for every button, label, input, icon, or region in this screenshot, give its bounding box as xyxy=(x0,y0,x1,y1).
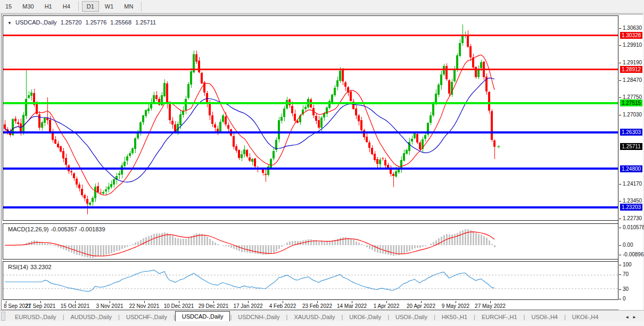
date-label: 27 Sep 2021 xyxy=(26,303,56,309)
tab-usdcnhdaily[interactable]: USDCNH-,Daily xyxy=(232,312,286,322)
price-level-badge: 1.30328 xyxy=(620,32,642,39)
price-level-badge: 1.25711 xyxy=(620,143,642,150)
chart-symbol-label: USDCAD-,Daily xyxy=(15,19,57,26)
rsi-tick-label: 30 xyxy=(623,286,629,292)
timeframe-M30[interactable]: M30 xyxy=(18,1,38,12)
timeframe-15[interactable]: 15 xyxy=(1,1,16,12)
date-label: 3 Nov 2021 xyxy=(96,303,123,309)
price-tick-label: 1.27030 xyxy=(623,112,642,118)
price-tick-mark xyxy=(619,45,621,46)
candles-series xyxy=(4,24,495,214)
chart-window: ▼ USDCAD-,Daily 1.25720 1.25776 1.25568 … xyxy=(1,14,643,310)
chart-dropdown-icon[interactable]: ▼ xyxy=(7,21,12,26)
price-tick-mark xyxy=(619,219,621,219)
price-tick-mark xyxy=(619,80,621,81)
price-level-badge: 1.26303 xyxy=(620,129,642,136)
rsi-value: 33.2302 xyxy=(30,264,52,270)
timeframe-D1[interactable]: D1 xyxy=(82,1,99,12)
rsi-chart[interactable] xyxy=(3,262,618,299)
tab-eurusddaily[interactable]: EURUSD-,Daily xyxy=(9,312,63,322)
tab-ukoilh4[interactable]: UKOil-,H4 xyxy=(566,312,605,322)
date-label: 10 Dec 2021 xyxy=(164,303,194,309)
date-label: 29 Dec 2021 xyxy=(199,303,229,309)
date-label: 22 Nov 2021 xyxy=(129,303,160,309)
price-axis[interactable]: 1.306301.299101.291901.284701.277501.270… xyxy=(618,14,643,311)
chart-title: ▼ USDCAD-,Daily 1.25720 1.25776 1.25568 … xyxy=(7,19,158,26)
timeframe-H4[interactable]: H4 xyxy=(58,1,75,12)
tab-usdchfdaily[interactable]: USDCHF-,Daily xyxy=(120,312,174,322)
current-price-marker xyxy=(497,145,500,148)
rsi-line xyxy=(5,270,494,291)
price-chart-panel[interactable] xyxy=(3,15,618,221)
rsi-tick-label: 0 xyxy=(623,296,626,302)
rsi-tick-mark xyxy=(619,265,621,265)
rsi-name: RSI(14) xyxy=(8,264,28,270)
rsi-tick-label: 100 xyxy=(623,262,632,268)
tab-scroll-left-icon[interactable]: ◄ xyxy=(625,315,632,320)
macd-tick-label: 0.010578 xyxy=(623,224,644,230)
date-label: 20 Apr 2022 xyxy=(407,303,435,309)
price-level-badge: 1.28912 xyxy=(620,66,642,73)
rsi-label: RSI(14)33.2302 xyxy=(8,264,54,270)
rsi-tick-mark xyxy=(619,274,621,275)
date-axis[interactable]: 8 Sep 202127 Sep 202115 Oct 20213 Nov 20… xyxy=(3,301,618,310)
tab-usdcaddaily[interactable]: USDCAD-,Daily xyxy=(175,311,230,322)
price-tick-mark xyxy=(619,201,621,202)
macd-tick-mark xyxy=(619,245,621,246)
macd-label: MACD(12,26,9)-0.005357 -0.001839 xyxy=(8,226,108,232)
macd-tick-label: -0.00896 xyxy=(623,252,643,257)
price-tick-mark xyxy=(619,63,621,63)
price-tick-mark xyxy=(619,97,621,98)
macd-tick-mark xyxy=(619,228,621,228)
rsi-tick-label: 70 xyxy=(623,271,629,277)
macd-histogram xyxy=(4,229,496,258)
toolbar-divider xyxy=(141,2,142,11)
date-label: 23 Feb 2022 xyxy=(302,303,332,309)
tabbar-grip[interactable] xyxy=(1,312,5,321)
price-level-badge: 1.23203 xyxy=(620,204,642,211)
tab-usoilh4[interactable]: USOil-,H4 xyxy=(525,312,564,322)
date-label: 9 May 2022 xyxy=(442,303,469,309)
ohlc-high: 1.25776 xyxy=(86,19,107,26)
tab-xauusddaily[interactable]: XAUUSD-,Daily xyxy=(287,312,341,322)
price-tick-label: 1.29190 xyxy=(623,60,642,65)
price-level-badge: 1.27515 xyxy=(620,99,642,106)
price-tick-label: 1.22730 xyxy=(623,215,642,221)
price-level-badge: 1.24800 xyxy=(620,165,642,172)
tab-usoildaily[interactable]: USOil-,Daily xyxy=(389,312,434,322)
timeframe-MN[interactable]: MN xyxy=(119,1,138,12)
toolbar-divider xyxy=(78,2,79,11)
price-tick-label: 1.23450 xyxy=(623,198,642,204)
macd-name: MACD(12,26,9) xyxy=(8,226,48,232)
rsi-panel[interactable]: RSI(14)33.2302 xyxy=(3,261,618,300)
macd-panel[interactable]: MACD(12,26,9)-0.005357 -0.001839 xyxy=(3,223,618,260)
candlestick-chart[interactable] xyxy=(3,16,618,220)
rsi-tick-mark xyxy=(619,289,621,290)
timeframe-bar: 15M30H1H4D1W1MN xyxy=(0,1,144,12)
price-tick-mark xyxy=(619,184,621,185)
price-tick-label: 1.24170 xyxy=(623,181,642,187)
date-label: 27 May 2022 xyxy=(475,303,506,309)
tab-ukoildaily[interactable]: UKOil-,Daily xyxy=(343,312,387,322)
tab-hk50h1[interactable]: HK50-,H1 xyxy=(435,312,474,322)
price-tick-label: 1.29910 xyxy=(623,42,642,48)
symbol-tabbar: EURUSD-,Daily|AUDUSD-,Daily|USDCHF-,Dail… xyxy=(0,310,644,322)
ohlc-open: 1.25720 xyxy=(61,19,82,26)
tab-scroll-right-icon[interactable]: ► xyxy=(632,315,640,320)
timeframe-W1[interactable]: W1 xyxy=(100,1,119,12)
tab-audusddaily[interactable]: AUDUSD-,Daily xyxy=(64,312,118,322)
ohlc-low: 1.25568 xyxy=(110,19,131,26)
ma-fast-line xyxy=(5,55,494,195)
status-strip xyxy=(0,321,644,326)
date-label: 1 Apr 2022 xyxy=(374,303,399,309)
macd-tick-label: 0.00 xyxy=(623,242,633,248)
timeframe-H1[interactable]: H1 xyxy=(40,1,57,12)
price-tick-label: 1.28470 xyxy=(623,77,642,83)
macd-values: -0.005357 -0.001839 xyxy=(51,226,105,232)
ohlc-close: 1.25711 xyxy=(135,19,156,26)
date-label: 17 Jan 2022 xyxy=(233,303,262,309)
ma-slow-line xyxy=(5,78,494,182)
tab-eurchfh1[interactable]: EURCHF-,H1 xyxy=(475,312,524,322)
price-tick-mark xyxy=(619,115,621,115)
date-label: 14 Mar 2022 xyxy=(337,303,367,309)
